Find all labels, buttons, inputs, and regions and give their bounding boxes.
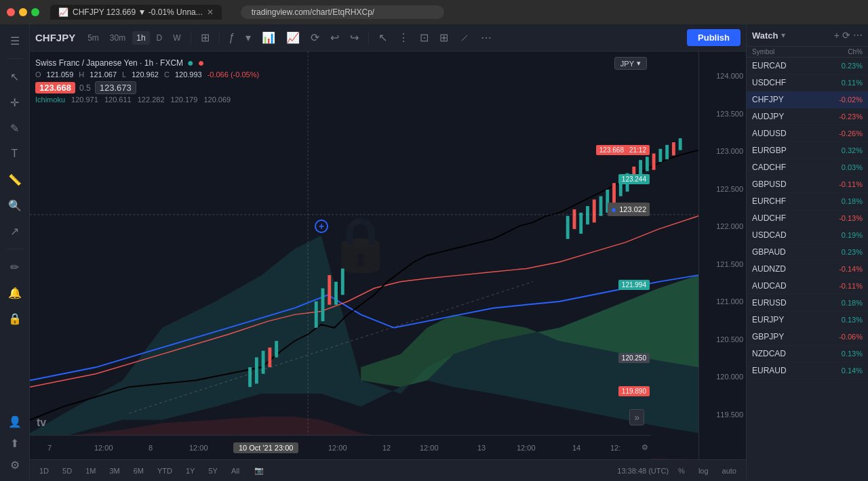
- tf-5m[interactable]: 5m: [83, 31, 103, 45]
- tf-W[interactable]: W: [169, 31, 184, 45]
- watchlist-item[interactable]: GBPAUD 0.23%: [747, 244, 868, 261]
- candle-13: [579, 213, 583, 234]
- h-val: 121.067: [90, 70, 117, 79]
- time-1200-4: 12:00: [420, 444, 439, 452]
- watchlist-item[interactable]: CHFJPY -0.02%: [747, 91, 868, 108]
- snapshot-icon[interactable]: 📷: [254, 466, 264, 475]
- address-bar[interactable]: tradingview.com/chart/EtqRHXCp/: [241, 5, 444, 19]
- maximize-btn[interactable]: [31, 8, 39, 16]
- tf-D[interactable]: D: [153, 31, 167, 45]
- upload-icon[interactable]: ⬆: [4, 432, 26, 454]
- publish-button[interactable]: Publish: [687, 29, 741, 46]
- select-tool-icon[interactable]: ↖: [374, 29, 391, 46]
- candle-15: [593, 199, 596, 222]
- chart-settings-gear-icon[interactable]: ⚙: [642, 443, 648, 452]
- tf-30m[interactable]: 30m: [106, 31, 130, 45]
- close-icon[interactable]: ✕: [207, 7, 214, 17]
- watchlist-add-icon[interactable]: +: [834, 30, 840, 41]
- watchlist-header: Watch ▾ + ⟳ ⋯: [747, 24, 868, 47]
- percent-btn[interactable]: %: [674, 465, 689, 476]
- currency-arrow-icon: ▾: [637, 59, 641, 68]
- measure-icon[interactable]: 📏: [4, 169, 26, 190]
- tf-3m[interactable]: 3M: [105, 465, 123, 476]
- edit-icon[interactable]: ✏: [4, 256, 26, 278]
- lock-drawing-icon[interactable]: ⊡: [416, 29, 433, 46]
- settings-icon[interactable]: ⚙: [4, 454, 26, 476]
- price-input[interactable]: 123.673: [95, 81, 136, 94]
- draw-icon[interactable]: ✎: [4, 117, 26, 139]
- bar-chart-icon[interactable]: 📊: [258, 29, 279, 46]
- watchlist-item[interactable]: EURCAD 0.23%: [747, 58, 868, 75]
- tf-5y[interactable]: 5Y: [204, 465, 221, 476]
- watchlist-item[interactable]: CADCHF 0.03%: [747, 159, 868, 176]
- watchlist-item[interactable]: AUDUSD -0.26%: [747, 125, 868, 142]
- tf-1d[interactable]: 1D: [35, 465, 53, 476]
- tf-ytd[interactable]: YTD: [153, 465, 176, 476]
- watchlist-item[interactable]: AUDNZD -0.14%: [747, 261, 868, 278]
- watchlist-item[interactable]: EURJPY 0.13%: [747, 312, 868, 329]
- time-13: 13: [477, 444, 486, 452]
- user-icon[interactable]: 👤: [4, 411, 26, 432]
- watchlist-item[interactable]: USDCAD 0.19%: [747, 227, 868, 244]
- watchlist-item[interactable]: AUDCAD -0.11%: [747, 278, 868, 295]
- candle-6: [315, 301, 318, 328]
- alert-icon[interactable]: 🔔: [4, 282, 26, 304]
- hide-icon[interactable]: ⊞: [435, 29, 452, 46]
- watchlist-item[interactable]: EURAUD 0.14%: [747, 362, 868, 379]
- price-tag-group-1: 123.668 21:12: [596, 145, 650, 155]
- watchlist-item[interactable]: NZDCAD 0.13%: [747, 346, 868, 362]
- watchlist-item[interactable]: USDCHF 0.11%: [747, 75, 868, 91]
- minimize-btn[interactable]: [19, 8, 27, 16]
- indicator-icon[interactable]: ƒ: [225, 30, 239, 46]
- tf-1h[interactable]: 1h: [132, 31, 149, 45]
- watchlist-item[interactable]: GBPJPY -0.06%: [747, 329, 868, 346]
- strategy-icon[interactable]: 📈: [282, 29, 304, 46]
- undo-icon[interactable]: ↩: [326, 29, 343, 46]
- replay-icon[interactable]: ⟳: [307, 29, 323, 46]
- watchlist-item[interactable]: EURCHF 0.18%: [747, 193, 868, 210]
- expand-button[interactable]: »: [629, 409, 644, 425]
- watchlist-item[interactable]: AUDCHF -0.13%: [747, 210, 868, 227]
- more-tools-icon[interactable]: ⋯: [477, 29, 496, 46]
- window-controls: [7, 8, 39, 16]
- price-tag-crosshair: ● 123.022: [608, 203, 650, 216]
- price-tag-group-5: 119.890: [618, 386, 650, 396]
- candle-7: [321, 289, 325, 322]
- o-label: O: [35, 70, 41, 79]
- text-icon[interactable]: T: [4, 143, 26, 165]
- lock-icon[interactable]: 🔒: [4, 308, 26, 329]
- zoom-icon[interactable]: 🔍: [4, 194, 26, 216]
- arrow-icon[interactable]: ↗: [4, 220, 26, 242]
- h-label: H: [79, 70, 84, 79]
- cursor-icon[interactable]: ↖: [4, 66, 26, 87]
- tf-6m[interactable]: 6M: [130, 465, 148, 476]
- plus-circle-icon[interactable]: +: [315, 219, 328, 233]
- indicator-arrow-icon[interactable]: ▾: [241, 29, 255, 46]
- tf-1y[interactable]: 1Y: [182, 465, 199, 476]
- watchlist-item[interactable]: EURUSD 0.18%: [747, 295, 868, 312]
- browser-tab[interactable]: 📈 CHFJPY 123.669 ▼ -0.01% Unna... ✕: [50, 5, 222, 20]
- tf-all[interactable]: All: [227, 465, 243, 476]
- tf-5d[interactable]: 5D: [58, 465, 76, 476]
- auto-btn[interactable]: auto: [718, 465, 741, 476]
- symbol-name[interactable]: CHFJPY: [35, 32, 75, 43]
- watchlist-item[interactable]: AUDJPY -0.23%: [747, 108, 868, 125]
- menu-icon[interactable]: ☰: [4, 30, 26, 51]
- watchlist-item[interactable]: EURGBP 0.32%: [747, 142, 868, 159]
- watchlist-item[interactable]: GBPUSD -0.11%: [747, 176, 868, 193]
- price-tag-group-3: 121.994: [618, 280, 650, 290]
- currency-badge[interactable]: JPY ▾: [614, 57, 647, 70]
- chart-main[interactable]: Swiss Franc / Japanese Yen · 1h · FXCM ●…: [30, 51, 698, 459]
- watchlist-more-icon[interactable]: ⋯: [853, 30, 863, 41]
- redo-icon[interactable]: ↪: [346, 29, 363, 46]
- crosshair-tool-icon[interactable]: ✛: [4, 91, 26, 113]
- log-btn[interactable]: log: [694, 465, 713, 476]
- chart-type-icon[interactable]: ⊞: [197, 29, 214, 46]
- magnet-icon[interactable]: ⋮: [394, 29, 413, 46]
- candle-27: [672, 142, 675, 155]
- wl-symbol: EURAUD: [752, 366, 787, 375]
- eraser-icon[interactable]: ⟋: [455, 30, 474, 46]
- watchlist-refresh-icon[interactable]: ⟳: [842, 30, 850, 41]
- close-btn[interactable]: [7, 8, 15, 16]
- tf-1m[interactable]: 1M: [81, 465, 100, 476]
